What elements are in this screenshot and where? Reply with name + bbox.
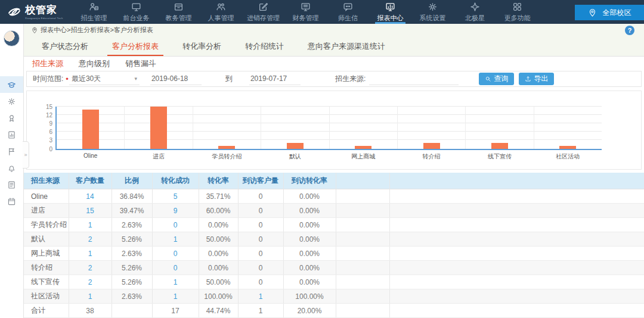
- x-axis-label: 网上商城: [330, 152, 397, 161]
- nav-item-5[interactable]: 进销存管理: [242, 0, 284, 24]
- chart-slot: 进店: [124, 107, 192, 148]
- breadcrumb: 报表中心>招生分析报表>客户分析报表: [41, 26, 153, 35]
- bar-网上商城[interactable]: [355, 146, 371, 149]
- help-icon[interactable]: ?: [625, 26, 634, 35]
- cell-比例: 2.63%: [112, 218, 152, 232]
- bar-社区活动[interactable]: [559, 146, 576, 149]
- cell-转化率: 100.00%: [199, 289, 238, 304]
- cell-转化成功[interactable]: 1: [152, 289, 199, 304]
- table-row: 线下宣传25.26%150.00%00.00%: [24, 275, 644, 289]
- subtab-1[interactable]: 招生来源: [32, 58, 63, 69]
- cell-filler: [389, 204, 644, 218]
- sidebar-expander[interactable]: »: [23, 141, 29, 169]
- cell-转化成功[interactable]: 1: [152, 232, 199, 247]
- nav-item-8[interactable]: 报表中心: [369, 0, 411, 24]
- tab-1[interactable]: 客户状态分析: [30, 36, 100, 56]
- tab-3[interactable]: 转化率分析: [171, 36, 233, 56]
- nav-item-6[interactable]: 财务管理: [284, 0, 327, 24]
- cell-招生来源: 社区活动: [24, 289, 69, 304]
- date-to-input[interactable]: 2019-07-17: [249, 73, 301, 85]
- subtab-3[interactable]: 销售漏斗: [125, 58, 156, 69]
- doc-list-icon: [7, 180, 16, 189]
- cell-到访转化率: 0.00%: [283, 275, 336, 289]
- nav-item-10[interactable]: 北极星: [454, 0, 496, 24]
- location-pin-icon: [588, 8, 597, 17]
- sidebar-item-medal[interactable]: [0, 110, 23, 126]
- doc-chart-icon: [7, 130, 16, 139]
- cell-客户数量[interactable]: 1: [69, 247, 112, 261]
- table-total-row: 合计381744.74%120.00%: [24, 304, 644, 318]
- sidebar-item-calendar[interactable]: [0, 193, 23, 210]
- tab-5[interactable]: 意向客户来源渠道统计: [296, 36, 397, 56]
- y-axis-tick: 12: [46, 112, 52, 119]
- cell-到访客户量[interactable]: 1: [238, 289, 283, 304]
- sidebar-item-gear[interactable]: [0, 93, 23, 110]
- export-button[interactable]: 导出: [519, 73, 554, 85]
- sidebar-item-bell[interactable]: [0, 160, 23, 176]
- app-logo[interactable]: 校管家 Xiaoguanjia Educational Tech: [0, 0, 70, 24]
- cell-转化成功[interactable]: 5: [152, 189, 199, 204]
- nav-item-4[interactable]: 人事管理: [200, 0, 242, 24]
- cell-到访转化率: 0.00%: [283, 247, 336, 261]
- nav-item-label: 报表中心: [377, 14, 404, 23]
- cell-客户数量[interactable]: 2: [69, 232, 112, 247]
- bar-默认[interactable]: [287, 143, 304, 148]
- cell-转化成功[interactable]: 0: [152, 261, 199, 275]
- bar-进店[interactable]: [150, 107, 167, 148]
- subtab-2[interactable]: 意向级别: [79, 58, 110, 69]
- cell-招生来源: 网上商城: [24, 247, 69, 261]
- nav-item-11[interactable]: 更多功能: [496, 0, 538, 24]
- cell-filler: [389, 247, 644, 261]
- cell-转化成功[interactable]: 0: [152, 247, 199, 261]
- nav-item-label: 北极星: [465, 14, 485, 23]
- cell-客户数量[interactable]: 2: [69, 275, 112, 289]
- cell-客户数量[interactable]: 1: [69, 289, 112, 304]
- bar-学员转介绍[interactable]: [218, 146, 235, 149]
- cell-比例: [112, 304, 152, 318]
- cell-客户数量[interactable]: 14: [69, 189, 112, 204]
- time-range-select[interactable]: 最近30天 ▾: [69, 73, 140, 85]
- cell-转化率: 50.00%: [199, 232, 238, 247]
- source-input[interactable]: [369, 73, 459, 85]
- nav-item-1[interactable]: 招生管理: [73, 0, 115, 24]
- sidebar-item-doc-list[interactable]: [0, 176, 23, 193]
- bar-转介绍[interactable]: [423, 143, 440, 148]
- cell-招生来源: 学员转介绍: [24, 218, 69, 232]
- tab-2[interactable]: 客户分析报表: [100, 36, 171, 56]
- chart-slot: 默认: [261, 107, 329, 148]
- nav-item-2[interactable]: 前台业务: [115, 0, 157, 24]
- nav-item-label: 更多功能: [504, 14, 531, 23]
- sidebar-item-grad-cap[interactable]: [0, 76, 23, 93]
- cell-filler: [389, 275, 644, 289]
- y-axis-tick: 15: [46, 104, 52, 110]
- col-header-1: 招生来源: [24, 173, 69, 189]
- cell-转化成功[interactable]: 0: [152, 218, 199, 232]
- cell-客户数量[interactable]: 15: [69, 204, 112, 218]
- x-axis-label: 社区活动: [534, 152, 602, 161]
- cell-转化成功[interactable]: 9: [152, 204, 199, 218]
- table-row: 社区活动12.63%1100.00%1100.00%: [24, 289, 644, 304]
- cell-客户数量[interactable]: 2: [69, 261, 112, 275]
- tab-4[interactable]: 转介绍统计: [233, 36, 296, 56]
- col-header-3: 比例: [112, 173, 152, 189]
- gear-icon: [428, 2, 438, 12]
- nav-item-9[interactable]: 系统设置: [411, 0, 454, 24]
- bar-线下宣传[interactable]: [491, 143, 508, 148]
- cell-客户数量[interactable]: 1: [69, 218, 112, 232]
- nav-item-3[interactable]: 教务管理: [157, 0, 200, 24]
- all-campus-button[interactable]: 全部校区: [575, 5, 644, 20]
- x-axis-label: 线下宣传: [466, 152, 533, 161]
- x-axis-label: 转介绍: [398, 152, 465, 161]
- sidebar-icon-menu: [0, 76, 23, 210]
- avatar[interactable]: [4, 30, 20, 46]
- query-button[interactable]: 查询: [479, 73, 514, 85]
- nav-item-7[interactable]: 师生信: [327, 0, 369, 24]
- chart-slot: 网上商城: [329, 107, 397, 148]
- cell-转化成功[interactable]: 1: [152, 275, 199, 289]
- date-from-input[interactable]: 2019-06-18: [150, 73, 202, 85]
- sidebar-item-doc-chart[interactable]: [0, 126, 23, 143]
- sidebar-item-flag[interactable]: [0, 143, 23, 160]
- col-header-5: 转化率: [199, 173, 238, 189]
- bar-Oline[interactable]: [82, 110, 99, 149]
- x-axis-label: 默认: [261, 152, 329, 161]
